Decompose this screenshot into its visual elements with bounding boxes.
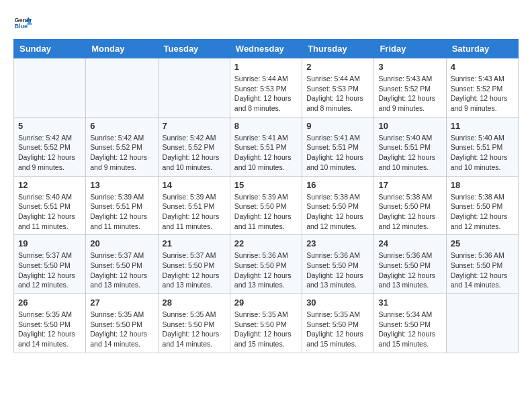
day-number: 20	[90, 238, 153, 248]
day-number: 9	[306, 121, 369, 131]
calendar-cell: 17Sunrise: 5:38 AM Sunset: 5:50 PM Dayli…	[374, 176, 446, 235]
cell-content: Sunrise: 5:37 AM Sunset: 5:50 PM Dayligh…	[90, 250, 153, 290]
calendar-header-row: SundayMondayTuesdayWednesdayThursdayFrid…	[14, 40, 519, 58]
calendar-cell: 19Sunrise: 5:37 AM Sunset: 5:50 PM Dayli…	[14, 235, 86, 294]
day-number: 31	[378, 298, 441, 308]
cell-content: Sunrise: 5:41 AM Sunset: 5:51 PM Dayligh…	[234, 133, 298, 173]
header-sunday: Sunday	[14, 40, 86, 58]
cell-content: Sunrise: 5:36 AM Sunset: 5:50 PM Dayligh…	[234, 250, 298, 290]
calendar-cell: 29Sunrise: 5:35 AM Sunset: 5:50 PM Dayli…	[230, 294, 302, 353]
calendar-week-row: 26Sunrise: 5:35 AM Sunset: 5:50 PM Dayli…	[14, 294, 519, 353]
calendar-cell: 5Sunrise: 5:42 AM Sunset: 5:52 PM Daylig…	[14, 117, 86, 176]
cell-content: Sunrise: 5:38 AM Sunset: 5:50 PM Dayligh…	[306, 192, 369, 232]
calendar-cell: 15Sunrise: 5:39 AM Sunset: 5:50 PM Dayli…	[230, 176, 302, 235]
cell-content: Sunrise: 5:37 AM Sunset: 5:50 PM Dayligh…	[163, 250, 226, 290]
day-number: 19	[18, 238, 81, 248]
day-number: 30	[306, 298, 369, 308]
day-number: 11	[451, 121, 514, 131]
cell-content: Sunrise: 5:35 AM Sunset: 5:50 PM Dayligh…	[306, 310, 369, 349]
header-wednesday: Wednesday	[230, 40, 302, 58]
calendar-cell: 11Sunrise: 5:40 AM Sunset: 5:51 PM Dayli…	[446, 117, 518, 176]
calendar-cell: 26Sunrise: 5:35 AM Sunset: 5:50 PM Dayli…	[14, 294, 86, 353]
calendar-cell	[14, 58, 86, 118]
calendar-cell: 27Sunrise: 5:35 AM Sunset: 5:50 PM Dayli…	[86, 294, 158, 353]
day-number: 10	[378, 121, 441, 131]
calendar-cell: 20Sunrise: 5:37 AM Sunset: 5:50 PM Dayli…	[86, 235, 158, 294]
day-number: 23	[306, 238, 369, 248]
cell-content: Sunrise: 5:36 AM Sunset: 5:50 PM Dayligh…	[378, 250, 441, 290]
cell-content: Sunrise: 5:38 AM Sunset: 5:50 PM Dayligh…	[451, 192, 514, 232]
calendar-cell: 13Sunrise: 5:39 AM Sunset: 5:51 PM Dayli…	[86, 176, 158, 235]
calendar-cell: 18Sunrise: 5:38 AM Sunset: 5:50 PM Dayli…	[446, 176, 518, 235]
day-number: 21	[163, 238, 226, 248]
header-tuesday: Tuesday	[158, 40, 230, 58]
day-number: 14	[163, 180, 226, 190]
day-number: 15	[234, 180, 298, 190]
calendar-cell: 4Sunrise: 5:43 AM Sunset: 5:52 PM Daylig…	[446, 58, 518, 118]
cell-content: Sunrise: 5:41 AM Sunset: 5:51 PM Dayligh…	[306, 133, 369, 173]
day-number: 26	[18, 298, 81, 308]
day-number: 6	[90, 121, 153, 131]
header-saturday: Saturday	[446, 40, 518, 58]
cell-content: Sunrise: 5:44 AM Sunset: 5:53 PM Dayligh…	[234, 74, 298, 113]
cell-content: Sunrise: 5:34 AM Sunset: 5:50 PM Dayligh…	[378, 310, 441, 349]
calendar-week-row: 19Sunrise: 5:37 AM Sunset: 5:50 PM Dayli…	[14, 235, 519, 294]
calendar-cell	[158, 58, 230, 118]
svg-text:Blue: Blue	[14, 23, 28, 30]
calendar-cell	[86, 58, 158, 118]
cell-content: Sunrise: 5:39 AM Sunset: 5:51 PM Dayligh…	[163, 192, 226, 232]
day-number: 12	[18, 180, 81, 190]
day-number: 4	[451, 62, 514, 72]
calendar-cell: 14Sunrise: 5:39 AM Sunset: 5:51 PM Dayli…	[158, 176, 230, 235]
cell-content: Sunrise: 5:42 AM Sunset: 5:52 PM Dayligh…	[18, 133, 81, 173]
cell-content: Sunrise: 5:40 AM Sunset: 5:51 PM Dayligh…	[18, 192, 81, 232]
cell-content: Sunrise: 5:39 AM Sunset: 5:51 PM Dayligh…	[90, 192, 153, 232]
day-number: 29	[234, 298, 298, 308]
cell-content: Sunrise: 5:43 AM Sunset: 5:52 PM Dayligh…	[378, 74, 441, 113]
calendar-cell: 31Sunrise: 5:34 AM Sunset: 5:50 PM Dayli…	[374, 294, 446, 353]
calendar-cell: 9Sunrise: 5:41 AM Sunset: 5:51 PM Daylig…	[302, 117, 374, 176]
cell-content: Sunrise: 5:39 AM Sunset: 5:50 PM Dayligh…	[234, 192, 298, 232]
cell-content: Sunrise: 5:36 AM Sunset: 5:50 PM Dayligh…	[451, 250, 514, 290]
day-number: 2	[306, 62, 369, 72]
day-number: 22	[234, 238, 298, 248]
calendar-cell: 25Sunrise: 5:36 AM Sunset: 5:50 PM Dayli…	[446, 235, 518, 294]
cell-content: Sunrise: 5:35 AM Sunset: 5:50 PM Dayligh…	[90, 310, 153, 349]
calendar-cell: 16Sunrise: 5:38 AM Sunset: 5:50 PM Dayli…	[302, 176, 374, 235]
cell-content: Sunrise: 5:40 AM Sunset: 5:51 PM Dayligh…	[378, 133, 441, 173]
header-friday: Friday	[374, 40, 446, 58]
calendar-cell: 1Sunrise: 5:44 AM Sunset: 5:53 PM Daylig…	[230, 58, 302, 118]
day-number: 8	[234, 121, 298, 131]
header: General Blue	[13, 13, 519, 32]
cell-content: Sunrise: 5:42 AM Sunset: 5:52 PM Dayligh…	[163, 133, 226, 173]
calendar-cell: 28Sunrise: 5:35 AM Sunset: 5:50 PM Dayli…	[158, 294, 230, 353]
calendar-cell	[446, 294, 518, 353]
day-number: 27	[90, 298, 153, 308]
calendar-cell: 22Sunrise: 5:36 AM Sunset: 5:50 PM Dayli…	[230, 235, 302, 294]
header-thursday: Thursday	[302, 40, 374, 58]
logo-icon: General Blue	[13, 13, 32, 32]
cell-content: Sunrise: 5:35 AM Sunset: 5:50 PM Dayligh…	[18, 310, 81, 349]
day-number: 18	[451, 180, 514, 190]
calendar-cell: 24Sunrise: 5:36 AM Sunset: 5:50 PM Dayli…	[374, 235, 446, 294]
day-number: 7	[163, 121, 226, 131]
calendar-cell: 23Sunrise: 5:36 AM Sunset: 5:50 PM Dayli…	[302, 235, 374, 294]
cell-content: Sunrise: 5:44 AM Sunset: 5:53 PM Dayligh…	[306, 74, 369, 113]
cell-content: Sunrise: 5:38 AM Sunset: 5:50 PM Dayligh…	[378, 192, 441, 232]
calendar-cell: 30Sunrise: 5:35 AM Sunset: 5:50 PM Dayli…	[302, 294, 374, 353]
cell-content: Sunrise: 5:43 AM Sunset: 5:52 PM Dayligh…	[451, 74, 514, 113]
calendar-cell: 7Sunrise: 5:42 AM Sunset: 5:52 PM Daylig…	[158, 117, 230, 176]
day-number: 3	[378, 62, 441, 72]
cell-content: Sunrise: 5:35 AM Sunset: 5:50 PM Dayligh…	[234, 310, 298, 349]
calendar-cell: 21Sunrise: 5:37 AM Sunset: 5:50 PM Dayli…	[158, 235, 230, 294]
calendar-cell: 6Sunrise: 5:42 AM Sunset: 5:52 PM Daylig…	[86, 117, 158, 176]
calendar-week-row: 1Sunrise: 5:44 AM Sunset: 5:53 PM Daylig…	[14, 58, 519, 118]
logo: General Blue	[13, 13, 35, 32]
day-number: 1	[234, 62, 298, 72]
day-number: 5	[18, 121, 81, 131]
cell-content: Sunrise: 5:36 AM Sunset: 5:50 PM Dayligh…	[306, 250, 369, 290]
calendar-cell: 12Sunrise: 5:40 AM Sunset: 5:51 PM Dayli…	[14, 176, 86, 235]
cell-content: Sunrise: 5:42 AM Sunset: 5:52 PM Dayligh…	[90, 133, 153, 173]
calendar: SundayMondayTuesdayWednesdayThursdayFrid…	[13, 39, 519, 353]
day-number: 16	[306, 180, 369, 190]
